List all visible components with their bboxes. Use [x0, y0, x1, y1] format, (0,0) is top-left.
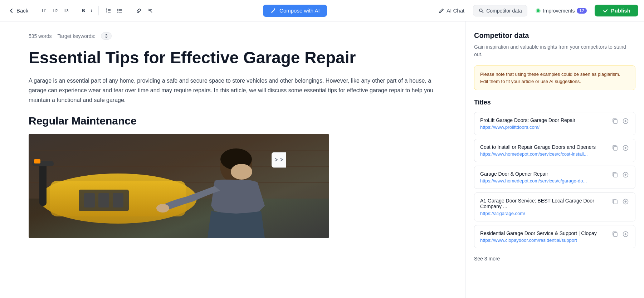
improvements-button[interactable]: Improvements 17: [532, 6, 590, 16]
competitor-url[interactable]: https://www.proliftdoors.com/: [480, 124, 607, 130]
svg-point-9: [117, 9, 118, 10]
clear-format-icon: [147, 8, 153, 14]
add-button[interactable]: [622, 144, 629, 152]
copy-icon: [612, 118, 618, 124]
competitor-url[interactable]: https://www.clopaydoor.com/residential/s…: [480, 238, 607, 243]
pencil-icon: [439, 8, 444, 14]
svg-rect-52: [614, 200, 617, 204]
link-icon: [136, 8, 142, 14]
svg-text:3: 3: [106, 11, 107, 13]
improvements-icon: [535, 8, 541, 14]
titles-section-label: Titles: [474, 99, 635, 106]
competitor-name: Cost to Install or Repair Garage Doors a…: [480, 144, 607, 150]
panel-subtitle: Gain inspiration and valuable insights f…: [474, 43, 635, 58]
add-button[interactable]: [622, 230, 629, 238]
panel-collapse-button[interactable]: [272, 152, 286, 167]
main-content: 535 words Target keywords: 3 Essential T…: [0, 21, 644, 298]
copy-button[interactable]: [611, 198, 619, 205]
toolbar-center: Compose with AI: [160, 5, 430, 17]
copy-button[interactable]: [611, 144, 619, 152]
link-format-group: [129, 6, 156, 15]
bold-button[interactable]: B: [79, 6, 88, 15]
mechanic-illustration: [29, 134, 329, 238]
publish-button[interactable]: Publish: [595, 5, 638, 16]
competitor-name: Garage Door & Opener Repair: [480, 171, 607, 177]
svg-rect-48: [614, 173, 617, 177]
add-button[interactable]: [622, 117, 629, 125]
editor-area[interactable]: 535 words Target keywords: 3 Essential T…: [0, 21, 465, 298]
article-image: [29, 134, 329, 238]
svg-rect-26: [39, 163, 47, 206]
back-icon: [9, 8, 14, 14]
word-count: 535 words: [29, 33, 52, 39]
add-button[interactable]: [622, 171, 629, 179]
mechanic-scene: [29, 134, 329, 238]
copy-button[interactable]: [611, 171, 619, 179]
copy-icon: [612, 199, 618, 205]
chevron-right-icon: [274, 157, 278, 162]
editor-meta: 535 words Target keywords: 3: [29, 32, 444, 40]
competitor-list: ProLift Garage Doors: Garage Door Repair…: [474, 112, 635, 248]
unordered-list-icon: [117, 8, 123, 14]
search-icon: [478, 8, 484, 14]
h1-button[interactable]: H1: [39, 7, 49, 15]
svg-point-18: [537, 9, 540, 12]
list-format-group: 123: [98, 6, 125, 15]
chevron-right-icon-2: [279, 157, 284, 162]
list-item: Garage Door & Opener Repair https://www.…: [474, 166, 635, 189]
clear-format-button[interactable]: [145, 6, 156, 15]
section-heading[interactable]: Regular Maintenance: [29, 115, 444, 127]
text-format-group: B I: [75, 6, 95, 15]
target-keywords-label: Target keywords:: [58, 33, 96, 39]
competitor-url[interactable]: https://a1garage.com/: [480, 211, 607, 216]
plus-circle-icon: [623, 199, 629, 205]
copy-button[interactable]: [611, 117, 619, 125]
plus-circle-icon: [623, 145, 629, 151]
list-item: Cost to Install or Repair Garage Doors a…: [474, 139, 635, 162]
svg-point-10: [117, 10, 118, 11]
heading-format-group: H1 H2 H3: [35, 7, 71, 15]
compose-icon: [270, 8, 277, 14]
toolbar: Back H1 H2 H3 B I 123: [0, 0, 644, 21]
article-title[interactable]: Essential Tips for Effective Garage Repa…: [29, 48, 444, 67]
add-button[interactable]: [622, 198, 629, 205]
list-item: ProLift Garage Doors: Garage Door Repair…: [474, 112, 635, 135]
copy-icon: [612, 231, 618, 237]
unordered-list-button[interactable]: [114, 6, 125, 15]
plus-circle-icon: [623, 172, 629, 178]
svg-line-16: [482, 11, 484, 13]
see-more-button[interactable]: See 3 more: [474, 252, 635, 265]
italic-button[interactable]: I: [88, 6, 95, 15]
compose-ai-button[interactable]: Compose with AI: [263, 5, 327, 17]
svg-rect-56: [614, 233, 617, 236]
svg-rect-28: [34, 159, 40, 163]
back-button[interactable]: Back: [6, 6, 31, 15]
plus-circle-icon: [623, 231, 629, 237]
competitor-url[interactable]: https://www.homedepot.com/services/c/gar…: [480, 178, 607, 184]
svg-rect-35: [113, 193, 123, 207]
intro-paragraph[interactable]: A garage is an essential part of any hom…: [29, 76, 444, 105]
copy-button[interactable]: [611, 230, 619, 238]
h3-button[interactable]: H3: [61, 7, 71, 15]
panel-title: Competitor data: [474, 31, 635, 40]
competitor-name: A1 Garage Door Service: BEST Local Garag…: [480, 198, 607, 209]
list-item: A1 Garage Door Service: BEST Local Garag…: [474, 192, 635, 221]
plus-circle-icon: [623, 118, 629, 124]
right-panel: Competitor data Gain inspiration and val…: [465, 21, 644, 298]
keywords-badge: 3: [101, 32, 111, 40]
svg-point-15: [479, 9, 482, 12]
svg-point-39: [156, 204, 169, 212]
svg-rect-40: [614, 119, 617, 123]
h2-button[interactable]: H2: [50, 7, 60, 15]
svg-rect-34: [98, 193, 109, 207]
competitor-name: Residential Garage Door Service & Suppor…: [480, 230, 607, 236]
ordered-list-button[interactable]: 123: [103, 6, 114, 15]
svg-point-11: [117, 11, 118, 13]
svg-rect-44: [614, 146, 617, 150]
link-button[interactable]: [133, 6, 144, 15]
competitor-url[interactable]: https://www.homedepot.com/services/c/cos…: [480, 151, 607, 157]
competitor-name: ProLift Garage Doors: Garage Door Repair: [480, 117, 607, 123]
svg-rect-33: [84, 193, 95, 207]
competitor-data-button[interactable]: Competitor data: [473, 5, 527, 16]
ai-chat-button[interactable]: AI Chat: [434, 5, 469, 16]
